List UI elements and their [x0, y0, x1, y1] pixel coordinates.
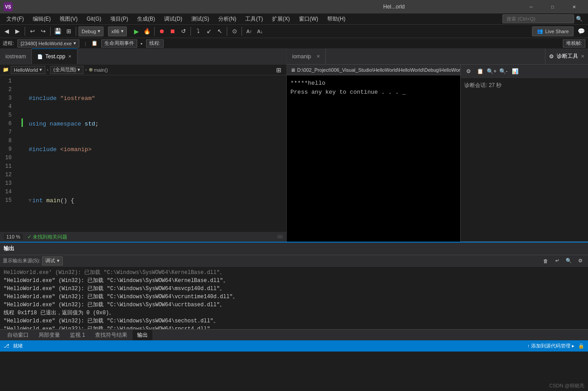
ln-10: 10 — [0, 154, 14, 162]
zoom-control[interactable]: 110 % — [4, 234, 23, 240]
output-wrap-btn[interactable]: ↵ — [552, 256, 562, 266]
debug-config-dropdown[interactable]: Debug ▾ — [78, 26, 104, 36]
tab-testcpp-label: Test.cpp — [45, 53, 65, 60]
editor-status-bar: 110 % ✓ 未找到相关问题 — [0, 232, 286, 242]
live-share-icon: 👥 — [537, 28, 543, 34]
output-line-5: 线程 0x1f18 已退出，返回值为 0 (0x0)。 — [4, 309, 584, 317]
breadcrumb-scope[interactable]: (全局范围) ▾ — [50, 66, 83, 74]
feedback-btn[interactable]: 💬 — [576, 26, 586, 36]
breadcrumb-func[interactable]: ⊕ main() — [89, 67, 108, 73]
menu-extensions[interactable]: 扩展(X) — [268, 14, 294, 24]
process-dropdown[interactable]: [23480] HelloWorld.exe ▾ — [17, 39, 79, 48]
output-filter-btn[interactable]: 🔍 — [564, 256, 574, 266]
expand-btn[interactable]: ⊞ — [274, 65, 284, 75]
toolbar-undo-btn[interactable]: ↩ — [27, 26, 37, 36]
diag-search-btn[interactable]: 📋 — [475, 66, 485, 76]
ln-7: 7 — [0, 128, 14, 137]
font-larger-btn[interactable]: A↑ — [244, 26, 254, 36]
scrollbar-h[interactable] — [277, 235, 283, 239]
tab-iostream[interactable]: iostream — [0, 48, 32, 64]
git-icon: ⎇ — [4, 343, 9, 349]
toolbar-back-btn[interactable]: ◀ — [2, 26, 12, 36]
step-into-btn[interactable]: ↙ — [204, 26, 214, 36]
thread-dropdown[interactable]: 线程: — [146, 39, 164, 48]
menu-build[interactable]: 生成(B) — [133, 14, 160, 24]
maximize-button[interactable]: □ — [542, 0, 563, 13]
chevron-down-icon2: ▾ — [121, 28, 124, 34]
diag-chart-btn[interactable]: 📊 — [510, 66, 520, 76]
step-out-btn[interactable]: ↖ — [215, 26, 225, 36]
menu-git[interactable]: Git(G) — [82, 14, 106, 23]
iomanip-label: iomanip — [292, 53, 311, 60]
menu-tools[interactable]: 工具(T) — [241, 14, 267, 24]
tab-watch1[interactable]: 监视 1 — [65, 330, 90, 340]
live-share-button[interactable]: 👥 Live Share — [532, 26, 574, 36]
platform-dropdown[interactable]: x86 ▾ — [108, 26, 127, 36]
menu-edit[interactable]: 编辑(E) — [28, 14, 55, 24]
breakpoint-btn[interactable]: ⊙ — [229, 26, 239, 36]
diag-zoom-in-btn[interactable]: 🔍+ — [487, 66, 497, 76]
window-title: Hel...orld — [269, 4, 519, 10]
tab-output[interactable]: 输出 — [133, 330, 152, 340]
output-settings-btn[interactable]: ⚙ — [575, 256, 585, 266]
breadcrumb-project[interactable]: HelloWorld ▾ — [11, 66, 45, 74]
code-content[interactable]: #include "iostream" using namespace std;… — [18, 75, 286, 232]
ln-8: 8 — [0, 137, 14, 145]
project-icon: 📁 — [3, 67, 9, 73]
console-area: 🖥 D:\002_Project\006_Visual_Studio\Hello… — [287, 65, 588, 242]
fire-icon[interactable]: 🔥 — [142, 26, 152, 36]
menu-view[interactable]: 视图(V) — [55, 14, 82, 24]
diag-settings-btn[interactable]: ⚙ — [463, 66, 473, 76]
search-input[interactable] — [502, 14, 574, 23]
close-diag-icon[interactable]: ✕ — [581, 54, 584, 59]
fold-icon-5[interactable]: ▽ — [29, 196, 31, 205]
stop-btn[interactable]: ⏹ — [168, 26, 177, 36]
status-right: ↑ 添加到源代码管理 ▸ 🔒 — [527, 343, 584, 349]
run-button[interactable]: ▶ — [131, 26, 141, 36]
minimize-button[interactable]: ─ — [521, 0, 541, 13]
tab-test-cpp[interactable]: 📄 Test.cpp ✕ — [32, 48, 78, 64]
lifecycle-dropdown[interactable]: 生命周期事件 — [101, 39, 137, 48]
diag-tool-header: ⚙ 诊断工具 ✕ — [545, 48, 588, 64]
diag-tool-content: 诊断会话: 27 秒 — [461, 78, 588, 93]
toolbar-save-btn[interactable]: 💾 — [53, 26, 63, 36]
ln-6: 6 — [0, 120, 14, 128]
toolbar-redo-btn[interactable]: ↪ — [38, 26, 48, 36]
tab-find-symbol[interactable]: 查找符号结果 — [91, 330, 132, 340]
bp-2[interactable] — [22, 118, 29, 130]
ln-9: 9 — [0, 145, 14, 154]
font-smaller-btn[interactable]: A↓ — [255, 26, 265, 36]
close-button[interactable]: ✕ — [564, 0, 584, 13]
code-area: 1 2 3 4 5 6 7 8 9 10 11 12 13 14 15 — [0, 75, 286, 232]
record-btn[interactable]: ⏺ — [157, 26, 167, 36]
output-toolbar: 显示输出来源(S): 调试 ▾ 🗑 ↵ 🔍 ⚙ — [0, 255, 588, 267]
code-line-6 — [22, 222, 286, 230]
ln-5: 5 — [0, 111, 14, 120]
restart-btn[interactable]: ↺ — [178, 26, 188, 36]
tab-iomanip[interactable]: iomanip ✕ — [287, 48, 326, 64]
menu-test[interactable]: 测试(S) — [187, 14, 214, 24]
toolbar-fwd-btn[interactable]: ▶ — [13, 26, 22, 36]
menu-help[interactable]: 帮助(H) — [323, 14, 350, 24]
tab-auto-window[interactable]: 自动窗口 — [3, 330, 33, 340]
menu-debug[interactable]: 调试(D) — [160, 14, 187, 24]
settings-icon[interactable]: ⚙ — [549, 53, 554, 60]
output-source-dropdown[interactable]: 调试 ▾ — [42, 256, 63, 265]
output-clear-btn[interactable]: 🗑 — [540, 256, 550, 266]
menu-window[interactable]: 窗口(W) — [294, 14, 323, 24]
stackframe-dropdown[interactable]: 堆栈帧: — [563, 39, 585, 48]
add-source-control-btn[interactable]: ↑ 添加到源代码管理 ▸ — [527, 343, 575, 349]
vs-logo: VS — [4, 2, 13, 11]
menu-project[interactable]: 项目(P) — [106, 14, 133, 24]
step-over-btn[interactable]: ⤵ — [193, 26, 203, 36]
menu-analyze[interactable]: 分析(N) — [214, 14, 241, 24]
tab-locals[interactable]: 局部变量 — [34, 330, 65, 340]
right-section: iomanip ✕ ⚙ 诊断工具 ✕ 🖥 D:\002_Project\006_… — [287, 49, 588, 242]
toolbar-sep5 — [190, 27, 191, 36]
menu-file[interactable]: 文件(F) — [2, 14, 28, 24]
diag-zoom-out-btn[interactable]: 🔍- — [498, 66, 508, 76]
toolbar-saveall-btn[interactable]: ⊞ — [64, 26, 74, 36]
output-line-7: "HelloWorld.exe" (Win32): 已加载 "C:\Window… — [4, 325, 584, 329]
search-icon: 🔍 — [576, 16, 583, 22]
close-iomanip-icon[interactable]: ✕ — [316, 54, 320, 59]
